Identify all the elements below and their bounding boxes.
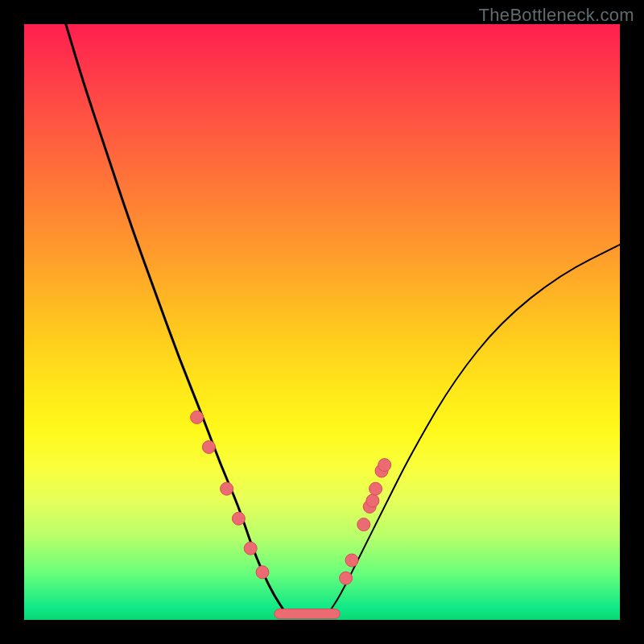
sample-dot xyxy=(191,411,204,423)
sample-dot xyxy=(357,518,370,531)
sample-dot xyxy=(244,542,257,555)
sample-dot xyxy=(202,440,215,453)
sample-dot xyxy=(340,572,353,584)
sample-dot xyxy=(369,482,382,495)
sample-dot xyxy=(366,494,379,507)
curve-right-branch xyxy=(328,245,620,614)
sample-dot xyxy=(345,554,358,567)
curve-group xyxy=(66,24,620,617)
sample-dot xyxy=(221,482,233,495)
sample-dots-group xyxy=(191,411,391,584)
outer-frame: TheBottleneck.com xyxy=(0,0,644,644)
sample-dot xyxy=(256,566,269,579)
valley-highlight-strip xyxy=(275,609,340,619)
sample-dot xyxy=(378,459,391,472)
chart-svg xyxy=(24,24,620,620)
sample-dot xyxy=(232,512,245,525)
watermark-text: TheBottleneck.com xyxy=(479,5,634,26)
curve-left-branch xyxy=(66,24,287,614)
plot-area xyxy=(24,24,620,620)
